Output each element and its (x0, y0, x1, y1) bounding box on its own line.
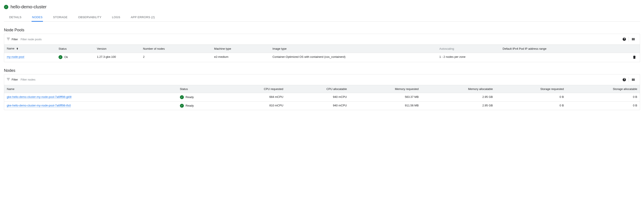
node-pools-filter-bar: Filter (4, 34, 640, 45)
col-status[interactable]: Status (56, 45, 94, 53)
columns-button[interactable] (629, 76, 638, 84)
mem-req-cell: 563.37 MB (350, 93, 421, 101)
col-image-type[interactable]: Image type (270, 45, 437, 53)
nodes-filter-input[interactable] (20, 77, 620, 83)
col-name[interactable]: Name (4, 45, 56, 53)
node-link[interactable]: gke-hello-demo-cluster-my-node-pool-7a6f… (7, 95, 72, 99)
machine-type-cell: e2-medium (212, 53, 270, 62)
node-pools-panel: Filter Name Status Version Number of nod… (4, 34, 640, 62)
cluster-name: hello-demo-cluster (10, 4, 47, 9)
node-pool-link[interactable]: my-node-pool (7, 55, 24, 59)
sort-ascending-icon (15, 47, 19, 50)
pod-ip-range-cell (500, 53, 629, 62)
mem-req-cell: 911.56 MB (350, 101, 421, 110)
node-pools-table: Name Status Version Number of nodes Mach… (4, 45, 640, 62)
cpu-alloc-cell: 940 mCPU (286, 93, 350, 101)
tab-logs[interactable]: LOGS (112, 13, 121, 22)
stor-req-cell: 0 B (496, 93, 566, 101)
status-text: Ok (64, 55, 68, 59)
page-header: hello-demo-cluster (4, 4, 640, 9)
status-cell: Ok (58, 55, 92, 59)
help-button[interactable] (620, 35, 629, 43)
tab-storage[interactable]: STORAGE (52, 13, 68, 22)
autoscaling-cell: 1 - 2 nodes per zone (437, 53, 500, 62)
col-mem-req[interactable]: Memory requested (350, 85, 421, 93)
filter-label: Filter (12, 38, 18, 41)
col-machine-type[interactable]: Machine type (212, 45, 270, 53)
col-num-nodes[interactable]: Number of nodes (140, 45, 212, 53)
tab-app-errors[interactable]: APP ERRORS (2) (130, 13, 155, 22)
version-cell: 1.27.3-gke.100 (94, 53, 140, 62)
status-cell: Ready (180, 95, 222, 99)
node-link[interactable]: gke-hello-demo-cluster-my-node-pool-7a6f… (7, 104, 71, 107)
help-button[interactable] (620, 76, 629, 84)
col-mem-alloc[interactable]: Memory allocatable (421, 85, 496, 93)
status-text: Ready (186, 95, 194, 99)
col-stor-alloc[interactable]: Storage allocatable (566, 85, 640, 93)
col-autoscaling[interactable]: Autoscaling (437, 45, 500, 53)
num-nodes-cell: 2 (140, 53, 212, 62)
col-version[interactable]: Version (94, 45, 140, 53)
node-pools-heading: Node Pools (4, 28, 640, 32)
table-row: gke-hello-demo-cluster-my-node-pool-7a6f… (4, 101, 640, 110)
filter-label: Filter (12, 78, 18, 81)
columns-button[interactable] (629, 35, 638, 43)
col-actions (629, 45, 640, 53)
cpu-alloc-cell: 940 mCPU (286, 101, 350, 110)
filter-icon (6, 77, 10, 82)
stor-alloc-cell: 0 B (566, 93, 640, 101)
delete-button[interactable] (632, 56, 636, 60)
filter-icon (6, 37, 10, 42)
check-circle-icon (4, 5, 8, 9)
col-pod-ip-range[interactable]: Default IPv4 Pod IP address range (500, 45, 629, 53)
nodes-table: Name Status CPU requested CPU allocatabl… (4, 85, 640, 110)
mem-alloc-cell: 2.95 GB (421, 93, 496, 101)
tab-nodes[interactable]: NODES (32, 13, 43, 22)
mem-alloc-cell: 2.95 GB (421, 101, 496, 110)
cpu-req-cell: 810 mCPU (224, 101, 286, 110)
check-circle-icon (180, 95, 184, 99)
nodes-panel: Filter Name Status CPU requested CPU all… (4, 74, 640, 110)
nodes-filter-bar: Filter (4, 74, 640, 85)
image-type-cell: Container-Optimized OS with containerd (… (270, 53, 437, 62)
tab-observability[interactable]: OBSERVABILITY (78, 13, 102, 22)
col-cpu-alloc[interactable]: CPU allocatable (286, 85, 350, 93)
check-circle-icon (58, 55, 62, 59)
nodes-heading: Nodes (4, 68, 640, 73)
tab-bar: DETAILS NODES STORAGE OBSERVABILITY LOGS… (4, 13, 640, 22)
node-pools-filter-input[interactable] (20, 36, 620, 42)
table-row: my-node-pool Ok 1.27.3-gke.100 2 e2-medi… (4, 53, 640, 62)
col-cpu-req[interactable]: CPU requested (224, 85, 286, 93)
check-circle-icon (180, 104, 184, 108)
col-stor-req[interactable]: Storage requested (496, 85, 566, 93)
cpu-req-cell: 684 mCPU (224, 93, 286, 101)
tab-details[interactable]: DETAILS (9, 13, 22, 22)
stor-req-cell: 0 B (496, 101, 566, 110)
stor-alloc-cell: 0 B (566, 101, 640, 110)
table-row: gke-hello-demo-cluster-my-node-pool-7a6f… (4, 93, 640, 101)
status-cell: Ready (180, 104, 222, 108)
col-name[interactable]: Name (4, 85, 177, 93)
status-text: Ready (186, 104, 194, 107)
col-status[interactable]: Status (177, 85, 225, 93)
